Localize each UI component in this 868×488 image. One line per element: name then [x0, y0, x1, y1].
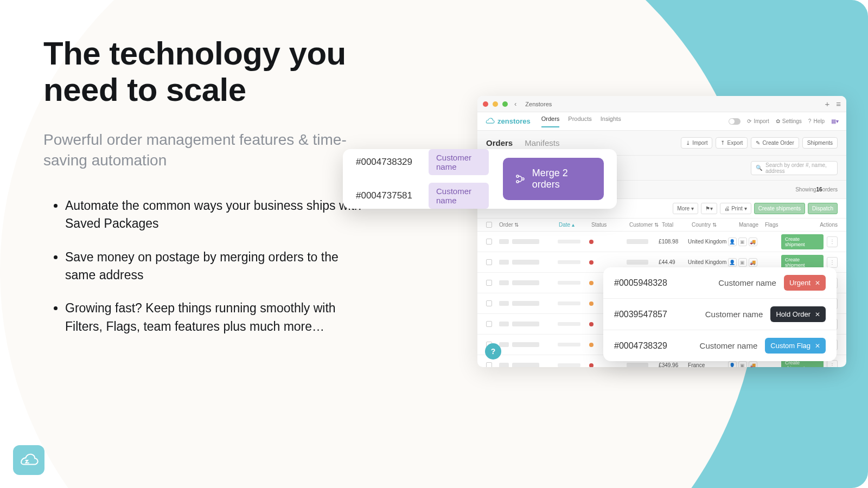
row-actions-menu[interactable]: ⋮: [827, 236, 838, 247]
bullet-item: Growing fast? Keep things running smooth…: [65, 299, 369, 336]
flag-order-id: #0039547857: [614, 310, 685, 319]
export-button[interactable]: ⤒Export: [716, 137, 748, 149]
row-checkbox[interactable]: [486, 321, 492, 327]
status-dot-icon: [589, 281, 593, 285]
status-dot-icon: [589, 363, 593, 368]
flag-row: #0039547857 Customer name Hold Order✕: [603, 299, 837, 330]
merge-customer-name: Customer name: [429, 149, 489, 175]
add-tab-icon[interactable]: +: [825, 99, 829, 108]
row-checkbox[interactable]: [486, 300, 492, 306]
flag-order-id: #0004738329: [614, 341, 685, 351]
truck-icon[interactable]: 🚚: [749, 258, 757, 267]
window-title: Zenstores: [525, 101, 552, 107]
svg-point-2: [522, 178, 524, 180]
create-shipment-button[interactable]: Create shipment: [781, 234, 824, 249]
merge-order-id: #0004738329: [356, 157, 412, 168]
row-total: £44.49: [659, 259, 688, 265]
locale-picker[interactable]: ▦▾: [831, 118, 839, 124]
row-checkbox[interactable]: [486, 239, 492, 245]
status-dot-icon: [589, 240, 593, 244]
merge-card: #0004738329 Customer name #0004737581 Cu…: [343, 149, 617, 209]
flag-row: #0004738329 Customer name Custom Flag✕: [603, 330, 837, 361]
flag-tag[interactable]: Custom Flag✕: [765, 338, 826, 354]
hero-title: The technology you need to scale: [43, 35, 369, 108]
app-bar: zenstores Orders Products Insights ⟳Impo…: [477, 112, 846, 131]
search-icon: 🔍: [756, 165, 762, 171]
flag-order-id: #0005948328: [614, 278, 685, 288]
box-icon[interactable]: ▣: [738, 361, 747, 368]
svg-point-0: [516, 175, 519, 177]
svg-point-1: [516, 181, 519, 183]
create-shipments-button[interactable]: Create shipments: [754, 203, 805, 214]
bullet-item: Automate the common ways your business s…: [65, 197, 369, 233]
row-country: United Kingdom: [688, 259, 728, 265]
help-fab[interactable]: ?: [485, 343, 501, 359]
table-row: £108.98 United Kingdom 👤▣🚚 Create shipme…: [477, 232, 846, 252]
flag-row: #0005948328 Customer name Urgent✕: [603, 267, 837, 299]
status-dot-icon: [589, 343, 593, 347]
flag-tag[interactable]: Hold Order✕: [770, 306, 826, 322]
window-titlebar: ‹ Zenstores + ≡: [477, 96, 846, 112]
merge-order-id: #0004737581: [356, 190, 412, 201]
help-link[interactable]: ?Help: [808, 118, 825, 124]
box-icon[interactable]: ▣: [738, 258, 747, 267]
select-all-checkbox[interactable]: [486, 222, 492, 228]
flag-customer-name: Customer name: [700, 341, 758, 350]
row-actions-menu[interactable]: ⋮: [827, 257, 838, 268]
user-icon[interactable]: 👤: [728, 237, 737, 246]
flags-card: #0005948328 Customer name Urgent✕ #00395…: [603, 267, 837, 361]
remove-flag-icon[interactable]: ✕: [815, 279, 820, 287]
nav-insights[interactable]: Insights: [601, 115, 621, 127]
status-dot-icon: [589, 322, 593, 326]
close-icon[interactable]: [483, 101, 488, 107]
maximize-icon[interactable]: [502, 101, 508, 107]
more-button[interactable]: More ▾: [673, 203, 698, 214]
row-checkbox[interactable]: [486, 280, 492, 286]
row-country: France: [688, 362, 728, 367]
print-button[interactable]: 🖨Print ▾: [720, 203, 751, 214]
hero-subtitle: Powerful order management features & tim…: [43, 130, 369, 171]
nav-products[interactable]: Products: [568, 115, 591, 127]
merge-customer-name: Customer name: [429, 183, 489, 209]
bullet-item: Save money on postage by merging orders …: [65, 248, 369, 285]
settings-link[interactable]: ✿Settings: [776, 118, 802, 124]
dispatch-button[interactable]: Dispatch: [808, 203, 838, 214]
status-dot-icon: [589, 260, 593, 265]
create-order-button[interactable]: ✎Create Order: [751, 137, 799, 149]
row-total: £108.98: [659, 239, 688, 245]
remove-flag-icon[interactable]: ✕: [815, 342, 820, 350]
box-icon[interactable]: ▣: [738, 237, 747, 246]
minimize-icon[interactable]: [493, 101, 498, 107]
subtab-manifests[interactable]: Manifests: [525, 138, 559, 147]
merge-orders-button[interactable]: Merge 2 orders: [503, 158, 604, 200]
flag-button[interactable]: ⚑▾: [701, 203, 717, 214]
row-total: £349.96: [659, 362, 688, 367]
table-header: Order ⇅ Date ▴ Status Customer ⇅ Total C…: [477, 219, 846, 232]
flag-tag[interactable]: Urgent✕: [784, 275, 826, 291]
dark-mode-toggle[interactable]: [729, 118, 741, 125]
brand-logo[interactable]: zenstores: [485, 117, 531, 125]
brand-badge: [13, 445, 44, 475]
import-link[interactable]: ⟳Import: [747, 118, 769, 124]
flag-customer-name: Customer name: [705, 310, 763, 319]
flag-customer-name: Customer name: [718, 278, 776, 287]
user-icon[interactable]: 👤: [728, 361, 737, 368]
user-icon[interactable]: 👤: [728, 258, 737, 267]
nav-orders[interactable]: Orders: [541, 115, 560, 127]
row-checkbox[interactable]: [486, 259, 492, 265]
import-button[interactable]: ⤓Import: [681, 137, 712, 149]
row-country: United Kingdom: [688, 239, 728, 245]
truck-icon[interactable]: 🚚: [749, 237, 757, 246]
search-input[interactable]: 🔍 Search by order #, name, address: [751, 161, 838, 175]
shipments-button[interactable]: Shipments: [802, 137, 838, 149]
remove-flag-icon[interactable]: ✕: [815, 311, 820, 318]
hero-bullets: Automate the common ways your business s…: [43, 197, 369, 336]
truck-icon[interactable]: 🚚: [749, 361, 757, 368]
back-icon[interactable]: ‹: [514, 100, 516, 108]
subtab-orders[interactable]: Orders: [486, 138, 513, 147]
status-dot-icon: [589, 301, 593, 306]
menu-icon[interactable]: ≡: [836, 99, 841, 108]
row-checkbox[interactable]: [486, 362, 492, 367]
